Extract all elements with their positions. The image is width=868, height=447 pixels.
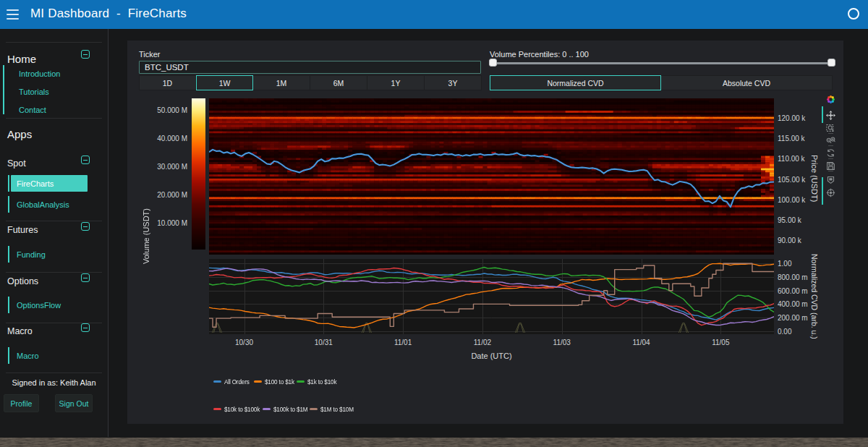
legend-label: All Orders bbox=[224, 378, 250, 386]
sidebar-item-contact[interactable]: Contact bbox=[19, 106, 46, 114]
save-icon[interactable] bbox=[826, 161, 835, 170]
sidebar-item-firecharts[interactable]: FireCharts bbox=[11, 175, 88, 192]
date-tick: 11/01 bbox=[394, 339, 412, 346]
sidebar-item-tutorials[interactable]: Tutorials bbox=[19, 88, 49, 96]
collapse-icon-options[interactable] bbox=[81, 273, 90, 282]
sidebar-section-spot: Spot bbox=[7, 158, 26, 169]
background-photo-strip bbox=[0, 437, 868, 447]
collapse-icon-macro[interactable] bbox=[81, 323, 90, 332]
legend-label: $1k to $10k bbox=[307, 378, 336, 386]
zoom-in-out-icon[interactable] bbox=[826, 135, 835, 145]
plotly-logo-icon bbox=[826, 94, 835, 103]
cvd-tick: 1.00 bbox=[778, 260, 791, 268]
sidebar-item-introduction[interactable]: Introduction bbox=[19, 69, 60, 78]
pan-icon[interactable] bbox=[826, 110, 835, 119]
legend-label: $100k to $1M bbox=[273, 405, 307, 413]
volume-percentiles-label: Volume Percentiles: 0 .. 100 bbox=[490, 50, 589, 59]
slider-handle-right[interactable] bbox=[827, 59, 835, 67]
timeframe-button-group: 1D1W1M6M1Y3Y bbox=[139, 75, 482, 90]
timeframe-button-6m[interactable]: 6M bbox=[310, 75, 367, 90]
collapse-icon-spot[interactable] bbox=[81, 156, 90, 164]
liquidity-heatmap-plot[interactable] bbox=[209, 98, 774, 255]
collapse-icon-home[interactable] bbox=[81, 50, 90, 59]
slider-rail[interactable] bbox=[490, 62, 833, 64]
sidebar-divider bbox=[108, 29, 109, 437]
colorbar-tick: 50.000 M bbox=[148, 106, 187, 114]
price-tick: 120.00 k bbox=[778, 114, 805, 122]
legend-item-100-to-1k[interactable]: $100 to $1k bbox=[254, 377, 299, 386]
legend-item-all-orders[interactable]: All Orders bbox=[213, 377, 253, 386]
cvd-tick: 200.00 m bbox=[778, 314, 808, 322]
colorbar-tick: 40.000 M bbox=[148, 134, 187, 142]
sidebar-section-home: Home bbox=[7, 53, 36, 65]
legend-label: $1M to $10M bbox=[320, 405, 354, 413]
price-tick: 105.00 k bbox=[778, 175, 805, 183]
legend-swatch bbox=[213, 408, 221, 410]
sidebar-section-options: Options bbox=[7, 276, 38, 286]
legend-swatch bbox=[263, 408, 271, 410]
cvd-tick: 800.00 m bbox=[778, 273, 808, 281]
sidebar-section-macro: Macro bbox=[7, 326, 33, 336]
ticker-input[interactable] bbox=[139, 61, 481, 74]
colorbar-tick: 30.000 M bbox=[148, 162, 187, 170]
app-header: MI Dashboard - FireCharts bbox=[0, 0, 868, 29]
profile-button[interactable]: Profile bbox=[4, 394, 39, 412]
autoscale-icon[interactable] bbox=[826, 148, 835, 157]
price-tick: 95.00 k bbox=[778, 216, 801, 224]
legend-item-10k-to-100k[interactable]: $10k to $100k bbox=[213, 404, 265, 413]
signed-in-text: Signed in as: Keith Alan bbox=[0, 378, 108, 387]
legend-item-1m-to-10m[interactable]: $1M to $10M bbox=[310, 404, 359, 413]
legend-item-1k-to-10k[interactable]: $1k to $10k bbox=[297, 377, 341, 386]
timeframe-button-1y[interactable]: 1Y bbox=[367, 75, 425, 90]
slider-handle-left[interactable] bbox=[489, 59, 497, 67]
price-axis-title: Price (USDT) bbox=[810, 155, 819, 202]
hamburger-bar bbox=[7, 18, 19, 20]
cvd-mode-button-normalized-cvd[interactable]: Normalized CVD bbox=[490, 75, 661, 90]
legend-swatch bbox=[297, 380, 305, 383]
timeframe-button-3y[interactable]: 3Y bbox=[425, 75, 482, 90]
sidebar-section-futures: Futures bbox=[7, 225, 38, 235]
date-axis-title: Date (UTC) bbox=[209, 352, 774, 360]
cvd-line-plot[interactable] bbox=[209, 259, 774, 334]
timeframe-button-1w[interactable]: 1W bbox=[196, 75, 253, 90]
page-title: MI Dashboard - FireCharts bbox=[30, 7, 187, 21]
date-tick: 11/03 bbox=[553, 339, 571, 346]
cvd-tick: 600.00 m bbox=[778, 286, 808, 294]
zoom-box-icon[interactable] bbox=[826, 122, 835, 132]
spikelines-icon[interactable] bbox=[826, 174, 835, 184]
collapse-icon-futures[interactable] bbox=[81, 222, 90, 231]
sidebar-item-funding[interactable]: Funding bbox=[17, 250, 46, 259]
colorbar-tick: 20.000 M bbox=[148, 190, 187, 198]
colorbar-title: Volume (USDT) bbox=[142, 208, 150, 264]
price-tick: 90.00 k bbox=[778, 237, 801, 244]
legend-label: $10k to $100k bbox=[224, 405, 260, 413]
sidebar-item-optionsflow[interactable]: OptionsFlow bbox=[17, 301, 61, 310]
timeframe-button-1d[interactable]: 1D bbox=[139, 75, 196, 90]
date-tick: 11/02 bbox=[474, 339, 491, 346]
sidebar-item-macro[interactable]: Macro bbox=[17, 352, 39, 360]
hamburger-bar bbox=[7, 14, 19, 15]
sidebar-item-globalanalysis[interactable]: GlobalAnalysis bbox=[17, 200, 69, 209]
cvd-mode-button-group: Normalized CVDAbsolute CVD bbox=[490, 75, 833, 90]
colorbar-tick: 10.000 M bbox=[148, 218, 187, 226]
cvd-tick: 0.00 bbox=[778, 327, 791, 335]
legend-swatch bbox=[213, 380, 221, 383]
status-circle-icon[interactable] bbox=[848, 8, 859, 20]
hamburger-bar bbox=[7, 9, 19, 11]
sign-out-button[interactable]: Sign Out bbox=[55, 394, 93, 412]
heatmap-colorbar bbox=[192, 98, 205, 250]
hover-closest-icon[interactable] bbox=[826, 187, 835, 197]
legend-swatch bbox=[254, 380, 262, 383]
price-tick: 115.00 k bbox=[778, 135, 805, 142]
timeframe-button-1m[interactable]: 1M bbox=[253, 75, 310, 90]
legend-item-100k-to-1m[interactable]: $100k to $1M bbox=[263, 404, 313, 413]
date-tick: 10/30 bbox=[235, 339, 253, 346]
price-tick: 110.00 k bbox=[778, 155, 805, 163]
sidebar-section-apps: Apps bbox=[7, 128, 32, 140]
volume-percentile-slider[interactable] bbox=[490, 59, 833, 67]
cvd-mode-button-absolute-cvd[interactable]: Absolute CVD bbox=[661, 75, 833, 90]
menu-icon[interactable] bbox=[6, 8, 20, 21]
legend-label: $100 to $1k bbox=[265, 378, 294, 386]
sidebar: HomeIntroductionTutorialsContactAppsSpot… bbox=[0, 29, 108, 437]
price-tick: 100.00 k bbox=[778, 195, 805, 203]
